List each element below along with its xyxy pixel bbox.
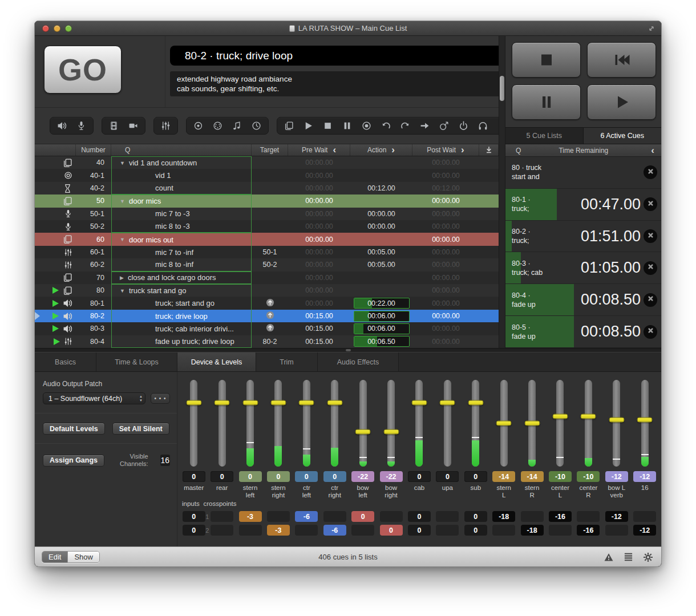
fader-knob[interactable] — [440, 400, 455, 405]
target-column-header[interactable]: Target — [252, 144, 288, 156]
cue-name-cell[interactable]: ▼door mics out — [111, 233, 252, 245]
fader-track[interactable] — [472, 380, 479, 467]
default-levels-button[interactable]: Default Levels — [43, 423, 105, 435]
divider-grip[interactable] — [346, 349, 351, 351]
channel-level-value[interactable]: 0 — [239, 471, 262, 482]
gear-icon[interactable] — [643, 552, 653, 562]
microphone-icon[interactable] — [76, 121, 86, 131]
active-cue-row[interactable]: 80-2 ·truck;01:51.00 — [505, 221, 661, 253]
inspector-divider[interactable] — [35, 348, 661, 352]
headphones-icon[interactable] — [478, 121, 488, 131]
crosspoint-value[interactable]: 0 — [408, 511, 431, 522]
fader-track[interactable] — [641, 380, 649, 467]
q-column-header[interactable]: Q — [111, 144, 252, 156]
cue-row[interactable]: 80-1truck; start and go00:00.0000:22.000… — [35, 297, 499, 309]
redo-icon[interactable] — [400, 121, 410, 131]
pre-wait-value[interactable]: 00:00.00 — [288, 184, 350, 192]
fader-track[interactable] — [359, 380, 367, 467]
channel-level-value[interactable]: 0 — [183, 471, 205, 482]
cue-row[interactable]: 80-4fade up truck; drive loop80-200:15.0… — [35, 335, 499, 348]
post-wait-value[interactable]: 00:00.00 — [412, 286, 479, 294]
stop-cue-button[interactable] — [644, 293, 657, 307]
pre-wait-value[interactable]: 00:15.00 — [288, 312, 350, 320]
midi-icon[interactable] — [213, 121, 222, 131]
pre-wait-value[interactable]: 00:15.00 — [288, 325, 350, 333]
cue-row[interactable]: 40-2count00:00.0000:12.0000:12.00 — [35, 182, 499, 194]
cue-name-cell[interactable]: mic 8 to -3 — [111, 220, 252, 233]
fader-track[interactable] — [331, 380, 338, 467]
fader-track[interactable] — [415, 380, 423, 467]
crosspoint-value[interactable]: 0 — [408, 525, 431, 536]
stop-icon[interactable] — [323, 121, 333, 131]
fader-knob[interactable] — [637, 417, 653, 422]
cue-row[interactable]: 60▼door mics out00:00.0000:00.00 — [35, 233, 499, 245]
fader-track[interactable] — [500, 380, 508, 467]
go-button[interactable]: GO — [44, 46, 122, 94]
post-wait-value[interactable]: 00:00.00 — [412, 236, 479, 244]
crosspoint-value[interactable] — [323, 511, 346, 522]
video-camera-icon[interactable] — [128, 121, 138, 131]
crosspoint-value[interactable] — [633, 511, 656, 522]
audio-patch-select[interactable]: 1 – Soundflower (64ch) ▲▼ — [43, 392, 145, 404]
active-cue-row[interactable]: 80-1 ·truck;00:47.00 — [505, 189, 661, 221]
cue-row[interactable]: 70▶close and lock cargo doors00:00.0000:… — [35, 271, 499, 284]
list-icon[interactable] — [624, 552, 633, 562]
active-q-column-header[interactable]: Q — [516, 147, 521, 155]
channel-level-value[interactable]: -10 — [549, 471, 572, 482]
play-button[interactable] — [587, 84, 656, 120]
channel-level-value[interactable]: 0 — [211, 471, 233, 482]
cue-name-cell[interactable]: ▼truck start and go — [111, 284, 252, 297]
cue-list-scrollbar[interactable] — [500, 76, 504, 101]
fader-knob[interactable] — [468, 400, 483, 405]
cue-name-cell[interactable]: truck; start and go — [111, 297, 252, 309]
fader-knob[interactable] — [242, 400, 258, 405]
zoom-button[interactable] — [65, 25, 72, 32]
post-wait-value[interactable]: 00:00.00 — [412, 172, 479, 180]
fader-knob[interactable] — [411, 400, 427, 405]
crosspoint-value[interactable]: -18 — [492, 511, 515, 522]
fader-knob[interactable] — [496, 421, 512, 426]
scroll-to-playhead-icon[interactable] — [479, 144, 499, 156]
cue-row[interactable]: 50-2mic 8 to -300:00.0000:00.0000:00.00 — [35, 220, 499, 233]
disclosure-open-icon[interactable]: ▼ — [120, 288, 125, 294]
pre-wait-value[interactable]: 00:00.00 — [288, 274, 350, 282]
post-wait-value[interactable]: 00:00.00 — [412, 325, 479, 333]
crosspoint-value[interactable] — [239, 525, 262, 536]
post-wait-value[interactable]: 00:00.00 — [412, 312, 479, 320]
fader-track[interactable] — [246, 380, 254, 467]
pre-wait-value[interactable]: 00:00.00 — [288, 248, 350, 256]
action-value[interactable]: 00:00.00 — [350, 222, 412, 230]
tab-device-levels[interactable]: Device & Levels — [177, 352, 256, 371]
channel-level-value[interactable]: -22 — [351, 471, 374, 482]
group-icon[interactable] — [284, 121, 294, 131]
active-cue-row[interactable]: 80-3 ·truck; cab01:05.00 — [505, 252, 661, 284]
post-wait-value[interactable]: 00:00.00 — [412, 274, 479, 282]
fader-knob[interactable] — [609, 417, 624, 422]
fader-knob[interactable] — [327, 400, 342, 405]
post-wait-value[interactable]: 00:00.00 — [412, 299, 479, 307]
action-value[interactable]: 00:00.00 — [350, 210, 412, 218]
action-value[interactable]: 00:06.00 — [350, 323, 412, 334]
crosspoint-value[interactable] — [295, 525, 318, 536]
fader-track[interactable] — [190, 380, 197, 467]
disclosure-open-icon[interactable]: ▼ — [120, 198, 125, 204]
crosspoint-value[interactable] — [521, 511, 544, 522]
visible-channels-value[interactable]: 16 — [160, 455, 170, 466]
cue-row[interactable]: 50-1mic 7 to -300:00.0000:00.0000:00.00 — [35, 208, 499, 220]
fader-knob[interactable] — [186, 400, 201, 405]
active-cue-row[interactable]: 80 · truckstart and — [505, 157, 661, 189]
fader-knob[interactable] — [581, 414, 596, 419]
crosspoint-value[interactable]: -6 — [323, 525, 346, 536]
action-column-header[interactable]: Action› — [350, 144, 412, 156]
stop-cue-button[interactable] — [644, 165, 657, 179]
crosspoint-value[interactable]: 0 — [351, 511, 374, 522]
crosspoint-value[interactable]: 0 — [464, 511, 487, 522]
clock-icon[interactable] — [252, 121, 261, 131]
cue-row[interactable]: 60-1mic 7 to -inf50-100:00.0000:05.0000:… — [35, 246, 499, 258]
warning-icon[interactable] — [604, 552, 614, 562]
cue-name-cell[interactable]: ▼vid 1 and countdown — [111, 156, 252, 169]
cue-name-cell[interactable]: mic 7 to -3 — [111, 208, 252, 220]
crosspoint-value[interactable] — [380, 511, 403, 522]
action-value[interactable]: 00:06.00 — [350, 311, 412, 322]
cue-row[interactable]: 60-2mic 8 to -inf50-200:00.0000:05.0000:… — [35, 258, 499, 271]
